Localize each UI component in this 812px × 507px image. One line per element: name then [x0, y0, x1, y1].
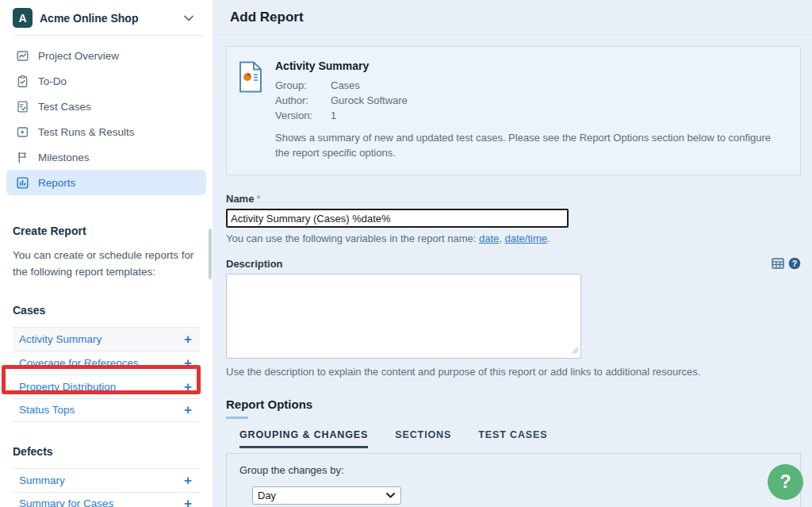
page-title: Add Report: [230, 10, 304, 25]
project-name: Acme Online Shop: [40, 12, 184, 25]
template-link-coverage-for-references[interactable]: Coverage for References: [19, 357, 139, 369]
meta-label-author: Author:: [275, 93, 331, 108]
description-label: Description: [226, 258, 283, 270]
template-link-summary-for-cases[interactable]: Summary for Cases: [19, 497, 113, 507]
page-header: Add Report: [213, 0, 812, 35]
sidebar-item-label: Reports: [38, 177, 75, 189]
help-fab-button[interactable]: ?: [768, 464, 803, 500]
meta-value-author: Gurock Software: [331, 93, 408, 108]
template-row[interactable]: Property Distribution +: [13, 374, 200, 398]
required-asterisk: *: [256, 193, 260, 205]
create-report-heading: Create Report: [13, 225, 200, 237]
template-row[interactable]: Coverage for References +: [13, 351, 200, 374]
template-row[interactable]: Activity Summary +: [13, 327, 200, 351]
sidebar-nav: Project Overview To-Do Test Cases Test R…: [0, 43, 213, 195]
group-heading-defects: Defects: [13, 445, 200, 458]
description-hint: Use the description to explain the conte…: [226, 366, 801, 378]
template-row[interactable]: Summary for Cases +: [13, 492, 200, 507]
sidebar-item-label: Project Overview: [38, 50, 119, 62]
name-field-block: Name* You can use the following variable…: [226, 193, 801, 244]
chevron-down-icon: [386, 493, 395, 498]
meta-label-version: Version:: [275, 108, 331, 123]
svg-text:?: ?: [792, 259, 797, 268]
description-field-block: Description ? Use the description to exp…: [226, 257, 801, 378]
group-by-selected-value: Day: [258, 490, 276, 501]
sidebar-item-todo[interactable]: To-Do: [6, 68, 206, 94]
sidebar-item-test-cases[interactable]: Test Cases: [6, 94, 206, 119]
template-link-summary[interactable]: Summary: [19, 474, 65, 486]
report-name-input[interactable]: [226, 209, 569, 228]
sidebar-item-label: Milestones: [38, 152, 90, 163]
main-area: Add Report Activity Summary: [213, 0, 812, 507]
variable-link-datetime[interactable]: date/time: [505, 232, 547, 244]
todo-icon: [16, 75, 29, 88]
template-link-status-tops[interactable]: Status Tops: [19, 404, 75, 416]
test-cases-icon: [16, 100, 29, 113]
add-report-plus-icon[interactable]: +: [184, 403, 192, 417]
meta-value-version: 1: [331, 108, 336, 123]
report-options-heading: Report Options: [226, 398, 801, 411]
add-report-plus-icon[interactable]: +: [184, 332, 192, 346]
template-list-defects: Summary + Summary for Cases +: [13, 468, 200, 507]
template-row[interactable]: Status Tops +: [13, 398, 200, 422]
tab-sections[interactable]: SECTIONS: [395, 429, 451, 448]
tab-test-cases[interactable]: TEST CASES: [478, 429, 547, 448]
report-description-textarea[interactable]: [226, 274, 581, 359]
sidebar-item-milestones[interactable]: Milestones: [6, 144, 206, 170]
milestones-icon: [16, 151, 29, 164]
name-hint-suffix: .: [547, 232, 550, 244]
description-toolbar: ?: [772, 257, 801, 270]
template-list-cases: Activity Summary + Coverage for Referenc…: [13, 327, 200, 422]
meta-label-group: Group:: [275, 78, 331, 93]
template-description: Shows a summary of new and updated test …: [275, 130, 787, 160]
help-circle-icon[interactable]: ?: [788, 257, 801, 270]
report-options-tabs: GROUPING & CHANGES SECTIONS TEST CASES: [226, 429, 801, 448]
sidebar-scrollbar-thumb[interactable]: [209, 229, 212, 279]
sidebar-item-label: Test Runs & Results: [38, 126, 135, 138]
template-row[interactable]: Summary +: [13, 468, 200, 492]
template-info-box: Activity Summary Group: Cases Author: Gu…: [226, 46, 801, 175]
variable-link-date[interactable]: date: [479, 232, 499, 244]
add-report-plus-icon[interactable]: +: [184, 380, 192, 394]
reports-icon: [16, 176, 29, 190]
divider: [13, 35, 203, 36]
meta-value-group: Cases: [331, 78, 360, 93]
name-hint-prefix: You can use the following variables in t…: [226, 232, 479, 244]
heading-accent-bar: [226, 417, 248, 419]
group-by-label: Group the changes by:: [239, 464, 787, 476]
sidebar: A Acme Online Shop Project Overview To-D…: [0, 0, 213, 507]
add-report-plus-icon[interactable]: +: [184, 474, 192, 487]
group-heading-cases: Cases: [13, 304, 200, 317]
sidebar-item-label: Test Cases: [38, 101, 91, 113]
add-report-plus-icon[interactable]: +: [184, 356, 192, 370]
name-label: Name: [226, 193, 254, 205]
table-icon[interactable]: [772, 257, 784, 270]
report-template-icon: [238, 60, 263, 160]
template-link-activity-summary[interactable]: Activity Summary: [19, 333, 102, 345]
project-switcher[interactable]: A Acme Online Shop: [0, 0, 213, 35]
sidebar-item-label: To-Do: [38, 75, 67, 87]
grouping-changes-panel: Group the changes by: Day Include the fo…: [226, 453, 801, 507]
template-title: Activity Summary: [275, 60, 787, 72]
test-runs-icon: [16, 125, 29, 139]
sidebar-item-test-runs[interactable]: Test Runs & Results: [6, 119, 206, 144]
create-report-description: You can create or schedule reports for t…: [13, 248, 201, 281]
name-hint: You can use the following variables in t…: [226, 232, 801, 244]
project-logo: A: [13, 8, 33, 28]
add-report-plus-icon[interactable]: +: [184, 497, 192, 507]
main-content: Activity Summary Group: Cases Author: Gu…: [213, 35, 812, 507]
sidebar-item-reports[interactable]: Reports: [6, 170, 206, 195]
project-overview-icon: [16, 49, 29, 63]
template-meta: Group: Cases Author: Gurock Software Ver…: [275, 78, 787, 123]
template-link-property-distribution[interactable]: Property Distribution: [19, 381, 116, 393]
sidebar-item-project-overview[interactable]: Project Overview: [6, 43, 206, 68]
tab-grouping-changes[interactable]: GROUPING & CHANGES: [239, 429, 368, 448]
group-by-select[interactable]: Day: [252, 486, 401, 505]
name-hint-separator: ,: [499, 232, 504, 244]
chevron-down-icon: [184, 12, 193, 24]
